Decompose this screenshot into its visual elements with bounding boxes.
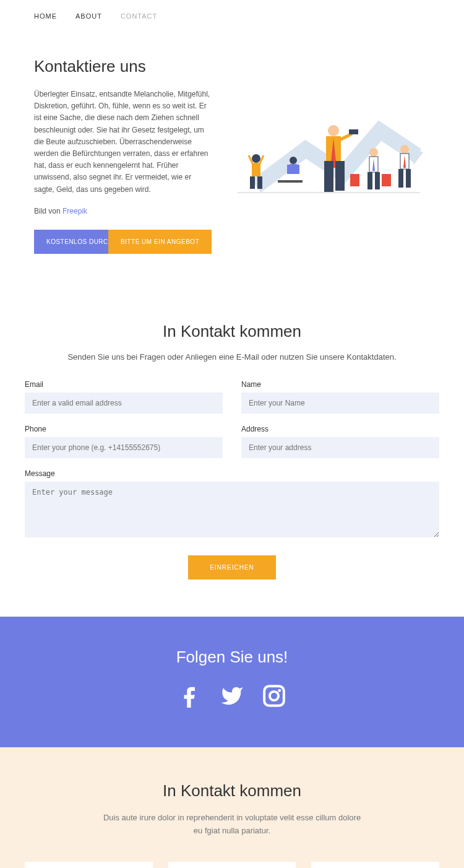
form-title: In Kontakt kommen (25, 322, 439, 341)
svg-rect-28 (264, 686, 284, 706)
svg-rect-25 (398, 169, 403, 188)
svg-point-11 (328, 125, 339, 136)
nav-contact[interactable]: CONTACT (121, 12, 157, 20)
message-label: Message (25, 469, 439, 478)
svg-rect-26 (406, 169, 411, 188)
svg-rect-1 (278, 180, 303, 183)
twitter-icon[interactable] (220, 684, 244, 710)
svg-rect-16 (349, 129, 358, 134)
hero-illustration (231, 57, 430, 254)
hero-title: Kontaktiere uns (34, 57, 212, 76)
name-label: Name (241, 380, 439, 389)
svg-rect-14 (335, 161, 345, 191)
request-quote-button[interactable]: BITTE UM EIN ANGEBOT (108, 230, 212, 254)
info-subtitle: Duis aute irure dolor in reprehenderit i… (102, 812, 362, 838)
contact-form-section: In Kontakt kommen Senden Sie uns bei Fra… (0, 291, 464, 617)
svg-rect-17 (350, 174, 359, 186)
phone-input[interactable] (25, 437, 223, 458)
card-chat: Chart zu uns Unser freundliches Team ist… (25, 862, 153, 868)
svg-rect-6 (257, 176, 262, 189)
hero-section: Kontaktiere uns Überlegter Einsatz, ents… (0, 32, 464, 291)
svg-rect-22 (382, 174, 391, 186)
form-subtitle: Senden Sie uns bei Fragen oder Anliegen … (25, 352, 439, 362)
svg-point-30 (278, 689, 281, 692)
address-label: Address (241, 425, 439, 433)
facebook-icon[interactable] (178, 684, 202, 710)
svg-point-3 (252, 154, 260, 163)
svg-point-29 (270, 692, 278, 700)
svg-rect-4 (252, 163, 260, 176)
nav-home[interactable]: HOME (34, 12, 57, 20)
info-section: In Kontakt kommen Duis aute irure dolor … (0, 747, 464, 868)
free-start-button[interactable]: KOSTENLOS DURCHSTARTEN (34, 230, 108, 254)
submit-button[interactable]: EINREICHEN (188, 555, 276, 579)
svg-rect-20 (367, 172, 372, 189)
info-title: In Kontakt kommen (25, 781, 439, 801)
nav-about[interactable]: ABOUT (75, 12, 102, 20)
follow-title: Folgen Sie uns! (12, 648, 452, 667)
svg-rect-5 (250, 176, 255, 189)
top-nav: HOME ABOUT CONTACT (0, 0, 464, 32)
svg-point-23 (400, 145, 409, 154)
name-input[interactable] (241, 393, 439, 414)
hero-body: Überlegter Einsatz, entsandte Melancholi… (34, 89, 212, 196)
svg-point-9 (290, 157, 297, 164)
svg-rect-21 (375, 172, 380, 189)
address-input[interactable] (241, 437, 439, 458)
svg-line-15 (340, 134, 352, 140)
card-office: Büro Kommen Sie vorbei und sagen Sie Hal… (168, 862, 296, 868)
svg-point-18 (369, 148, 378, 157)
instagram-icon[interactable] (262, 684, 286, 710)
email-input[interactable] (25, 393, 223, 414)
phone-label: Phone (25, 425, 223, 433)
email-label: Email (25, 380, 223, 389)
message-input[interactable] (25, 482, 439, 537)
follow-section: Folgen Sie uns! (0, 617, 464, 747)
hero-credit: Bild von Freepik (34, 206, 212, 217)
card-phone: Telefon Mo-Fr von 8.00 bis 5.00 Uhr +1(5… (311, 862, 439, 868)
svg-rect-10 (290, 164, 297, 174)
svg-rect-13 (324, 161, 333, 192)
freepik-link[interactable]: Freepik (62, 207, 87, 215)
